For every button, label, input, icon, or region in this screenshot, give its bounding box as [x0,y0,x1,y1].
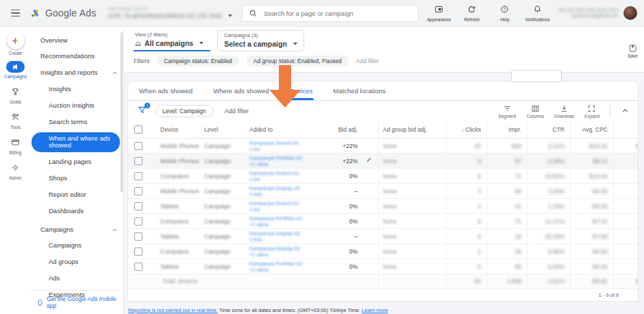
menu-icon[interactable] [11,10,20,17]
sidebar-item-shops[interactable]: Shops [31,170,123,186]
bid-adj-cell[interactable]: +22% [310,138,379,154]
add-filter-link[interactable]: Add filter [356,58,380,64]
toolbar-segment-button[interactable]: Segment [498,104,516,119]
sidebar-item-when-and-where-ads-showed[interactable]: When and where ads showed [32,132,120,153]
column-header-clicks[interactable]: ↓Clicks [447,121,487,138]
avatar[interactable] [623,6,637,20]
added-to-sublink[interactable]: +2 daha [249,161,304,167]
account-selector[interactable]: Yeni Hesap 2022 A ACM - M administrator3… [107,6,232,19]
bid-adj-cell[interactable]: +22% [310,154,379,169]
save-button[interactable]: Save [628,44,638,58]
column-header-cb[interactable] [128,121,156,138]
bid-adj-cell[interactable]: 0% [310,244,379,259]
column-header-ctr[interactable]: CTR [528,121,571,138]
rail-item-campaigns[interactable]: Campaigns [4,61,27,79]
bid-adj-cell[interactable]: 0% [310,169,379,184]
learn-more-link[interactable]: Learn more [362,307,388,313]
sidebar-item-campaigns[interactable]: Campaigns [31,238,123,254]
column-header-cpc[interactable]: Avg. CPC [571,121,614,138]
sidebar-scrollbar[interactable] [121,32,123,193]
row-checkbox[interactable] [134,187,143,195]
sidebar-item-recommendations[interactable]: Recommendations [31,49,123,65]
sidebar-item-campaigns[interactable]: Campaigns [31,221,123,238]
bid-adj-cell[interactable]: 0% [310,259,379,274]
bid-adj-cell[interactable]: – [310,184,379,199]
row-checkbox[interactable] [134,232,143,241]
tab-matched-locations[interactable]: Matched locations [332,87,387,100]
added-to-sublink[interactable]: +2 daha [249,252,304,258]
sidebar-item-report-editor[interactable]: Report editor [31,186,123,203]
added-to-sublink[interactable]: +2 daha [249,267,304,273]
added-to-sublink[interactable]: 1 Ad [249,206,304,213]
sidebar-item-insights[interactable]: Insights [31,82,123,98]
rail-item-billing[interactable]: Billing [8,135,24,155]
toolbar-columns-button[interactable]: Columns [526,104,544,119]
sidebar-item-dashboards[interactable]: Dashboards [31,203,123,219]
row-checkbox[interactable] [134,217,143,226]
added-to-sublink[interactable]: 1 Ad [249,176,304,182]
sidebar-item-ads[interactable]: Ads [31,271,123,287]
added-to-sublink[interactable]: 2 Ads [249,237,304,243]
collapse-table-button[interactable] [621,106,630,116]
sidebar-item-insights-and-reports[interactable]: Insights and reports [31,65,123,82]
rail-item-goals[interactable]: Goals [8,84,24,104]
filter-chip[interactable]: Ad group status: Enabled, Paused [247,56,349,67]
mobile-app-link[interactable]: Get the Google Ads mobile app [31,290,123,313]
added-to-sublink[interactable]: 2 Ads [249,191,304,197]
added-to-link[interactable]: Kampanya-Search-01 [249,140,304,146]
campaign-selector[interactable]: Campaigns (3) Select a campaign [217,30,304,51]
column-header-device[interactable]: Device [156,121,200,138]
sidebar-item-landing-pages[interactable]: Landing pages [31,154,123,170]
empty-dropdown-box[interactable] [511,70,562,82]
search-input[interactable] [262,9,412,18]
added-to-link[interactable]: Kampanya-Display-03 [249,185,304,191]
added-to-sublink[interactable]: 1 Ad [249,146,304,152]
toolbar-add-filter[interactable]: Add filter [225,108,249,114]
filter-chip[interactable]: Campaign status: Enabled [157,56,239,67]
row-checkbox[interactable] [134,157,143,165]
row-checkbox[interactable] [134,172,143,180]
row-checkbox[interactable] [134,202,143,210]
added-to-link[interactable]: Kampanya-Search-01 [249,200,304,206]
row-checkbox[interactable] [134,142,143,150]
search-bar[interactable] [242,5,419,22]
sidebar-item-ad-groups[interactable]: Ad groups [31,254,123,271]
edit-pencil-icon[interactable] [366,157,372,165]
topbar-action-appearance[interactable]: Appearance [424,4,454,22]
filter-funnel-button[interactable]: 1 [138,105,147,117]
column-header-added[interactable]: Added to [245,121,310,138]
added-to-link[interactable]: Kampanya-PerfMax-02 [249,215,304,221]
rail-item-create[interactable]: Create [7,32,25,56]
rail-item-tools[interactable]: Tools [8,110,24,130]
added-to-link[interactable]: Kampanya-PerfMax-02 [249,155,304,161]
toolbar-download-button[interactable]: Download [554,104,574,119]
topbar-action-refresh[interactable]: Refresh [457,4,487,22]
bid-adj-cell[interactable]: 0% [310,214,379,229]
tab-when-ads-showed[interactable]: When ads showed [138,87,194,100]
row-checkbox[interactable] [134,263,143,271]
row-checkbox[interactable] [134,247,143,256]
column-header-agb[interactable]: Ad group bid adj. [379,121,447,138]
added-to-link[interactable]: Kampanya-PerfMax-02 [249,261,304,267]
topbar-action-notifications[interactable]: Notifications [523,4,553,22]
tab-where-ads-showed[interactable]: Where ads showed [212,87,270,100]
select-all-checkbox[interactable] [134,125,143,134]
column-header-level[interactable]: Level [200,121,245,138]
added-to-link[interactable]: Kampanya-Display-03 [249,230,304,237]
view-selector[interactable]: View (2 filters) All campaigns [134,30,210,51]
added-to-sublink[interactable]: +2 daha [249,221,304,228]
column-header-cost[interactable]: Cost [614,121,639,138]
realtime-reporting-link[interactable]: Reporting is not carried out in real tim… [128,307,218,313]
tab-devices[interactable]: Devices [288,87,314,100]
bid-adj-cell[interactable]: 0% [310,199,379,214]
bid-adj-cell[interactable]: – [310,229,379,244]
rail-item-admin[interactable]: Admin [8,160,24,180]
column-header-bid[interactable]: Bid adj. [310,121,379,138]
toolbar-expand-button[interactable]: Expand [584,104,599,119]
added-to-link[interactable]: Kampanya-Search-01 [249,170,304,176]
column-header-impr[interactable]: Impr. [487,121,528,138]
sidebar-item-overview[interactable]: Overview [31,32,123,49]
topbar-action-help[interactable]: ?Help [490,4,520,22]
level-chip[interactable]: Level: Campaign [155,105,214,117]
sidebar-item-search-terms[interactable]: Search terms [31,114,123,131]
